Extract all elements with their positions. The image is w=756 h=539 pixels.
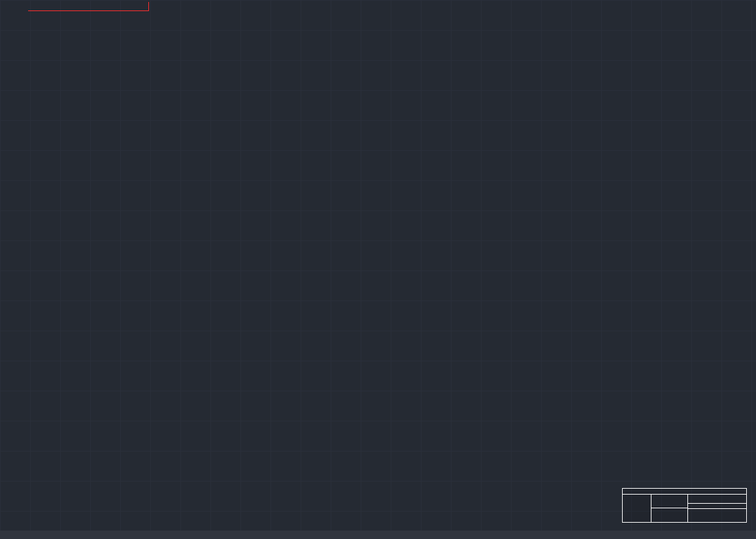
drawing-number (688, 495, 746, 504)
boiler-spec-table (602, 274, 725, 275)
boiler-model (651, 508, 687, 523)
bottom-strip (0, 531, 756, 539)
stage-mark-cells (688, 504, 746, 509)
company-name (688, 509, 746, 523)
title-block (622, 488, 747, 523)
title-block-main (623, 495, 746, 523)
drawing-title (651, 495, 687, 508)
boiler-general-drawing (0, 0, 756, 539)
title-block-middle (651, 495, 688, 523)
title-block-signature-grid (623, 495, 651, 523)
title-block-right (688, 495, 746, 523)
title-block-revision-row (623, 489, 746, 495)
cad-sheet (0, 0, 756, 539)
corner-drawing-number (28, 2, 149, 11)
